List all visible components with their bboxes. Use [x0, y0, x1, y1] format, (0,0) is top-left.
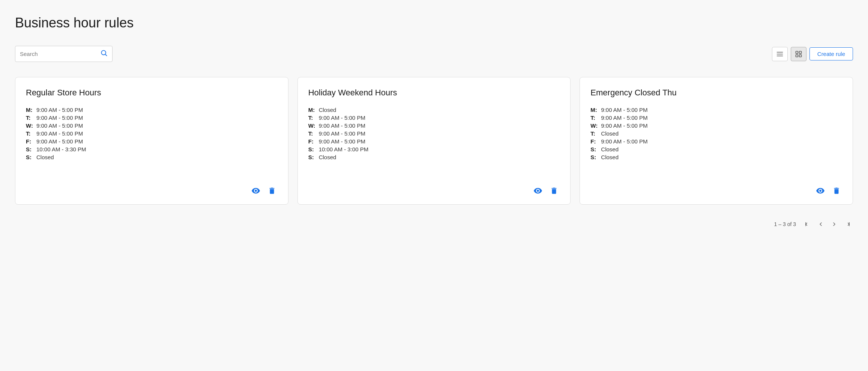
hour-value: 10:00 AM - 3:30 PM — [36, 146, 86, 152]
day-label: W: — [590, 122, 601, 129]
day-label: S: — [590, 154, 601, 160]
grid-view-button[interactable] — [791, 47, 806, 61]
search-icon[interactable] — [100, 49, 108, 59]
hour-row: W:9:00 AM - 5:00 PM — [26, 122, 278, 129]
day-label: T: — [26, 130, 36, 137]
day-label: F: — [308, 138, 319, 145]
card-3: Emergency Closed ThuM:9:00 AM - 5:00 PMT… — [580, 77, 853, 205]
search-box — [15, 46, 113, 62]
prev-page-button[interactable] — [815, 220, 826, 229]
pagination: 1 – 3 of 3 — [15, 220, 853, 229]
card-2-actions — [308, 185, 560, 197]
hour-value: Closed — [601, 130, 619, 137]
hour-row: T:9:00 AM - 5:00 PM — [590, 115, 842, 121]
svg-rect-8 — [799, 54, 801, 57]
hour-row: S:Closed — [308, 154, 560, 160]
card-3-title: Emergency Closed Thu — [590, 88, 842, 98]
create-rule-button[interactable]: Create rule — [809, 47, 853, 60]
hour-value: Closed — [36, 154, 54, 160]
card-2-delete-button[interactable] — [548, 185, 560, 196]
day-label: M: — [590, 107, 601, 113]
hour-value: 9:00 AM - 5:00 PM — [601, 115, 647, 121]
search-input[interactable] — [20, 51, 97, 57]
card-1-view-button[interactable] — [250, 185, 262, 197]
hour-row: F:9:00 AM - 5:00 PM — [590, 138, 842, 145]
hour-value: 9:00 AM - 5:00 PM — [601, 122, 647, 129]
day-label: S: — [26, 146, 36, 152]
toolbar: Create rule — [15, 46, 853, 62]
card-1-title: Regular Store Hours — [26, 88, 278, 98]
day-label: M: — [26, 107, 36, 113]
hour-row: M:9:00 AM - 5:00 PM — [590, 107, 842, 113]
hour-row: S:Closed — [26, 154, 278, 160]
hour-value: 9:00 AM - 5:00 PM — [36, 130, 83, 137]
hour-value: Closed — [601, 146, 619, 152]
card-1-hours: M:9:00 AM - 5:00 PMT:9:00 AM - 5:00 PMW:… — [26, 107, 278, 176]
card-1-actions — [26, 185, 278, 197]
hour-value: 9:00 AM - 5:00 PM — [319, 130, 365, 137]
day-label: S: — [308, 154, 319, 160]
card-2-hours: M:ClosedT:9:00 AM - 5:00 PMW:9:00 AM - 5… — [308, 107, 560, 176]
hour-row: W:9:00 AM - 5:00 PM — [308, 122, 560, 129]
hour-value: 10:00 AM - 3:00 PM — [319, 146, 369, 152]
next-page-button[interactable] — [829, 220, 839, 229]
day-label: S: — [308, 146, 319, 152]
svg-rect-7 — [796, 54, 798, 57]
card-2: Holiday Weekend HoursM:ClosedT:9:00 AM -… — [297, 77, 571, 205]
day-label: T: — [308, 115, 319, 121]
hour-row: S:10:00 AM - 3:30 PM — [26, 146, 278, 152]
hour-row: T:Closed — [590, 130, 842, 137]
hour-value: 9:00 AM - 5:00 PM — [36, 107, 83, 113]
card-2-view-button[interactable] — [532, 185, 544, 197]
card-3-actions — [590, 185, 842, 197]
hour-value: 9:00 AM - 5:00 PM — [319, 122, 365, 129]
hour-value: 9:00 AM - 5:00 PM — [36, 138, 83, 145]
hour-value: 9:00 AM - 5:00 PM — [36, 115, 83, 121]
card-2-title: Holiday Weekend Hours — [308, 88, 560, 98]
hour-value: Closed — [319, 154, 336, 160]
pagination-info: 1 – 3 of 3 — [774, 221, 796, 227]
card-1: Regular Store HoursM:9:00 AM - 5:00 PMT:… — [15, 77, 288, 205]
day-label: M: — [308, 107, 319, 113]
hour-row: T:9:00 AM - 5:00 PM — [26, 130, 278, 137]
day-label: W: — [26, 122, 36, 129]
hour-row: W:9:00 AM - 5:00 PM — [590, 122, 842, 129]
hour-row: M:Closed — [308, 107, 560, 113]
svg-rect-5 — [796, 51, 798, 53]
last-page-button[interactable] — [842, 220, 853, 229]
card-3-hours: M:9:00 AM - 5:00 PMT:9:00 AM - 5:00 PMW:… — [590, 107, 842, 176]
hour-row: M:9:00 AM - 5:00 PM — [26, 107, 278, 113]
list-view-button[interactable] — [772, 47, 788, 61]
hour-row: T:9:00 AM - 5:00 PM — [308, 115, 560, 121]
cards-grid: Regular Store HoursM:9:00 AM - 5:00 PMT:… — [15, 77, 853, 205]
day-label: S: — [590, 146, 601, 152]
hour-value: 9:00 AM - 5:00 PM — [601, 138, 647, 145]
card-3-delete-button[interactable] — [831, 185, 842, 196]
hour-row: T:9:00 AM - 5:00 PM — [26, 115, 278, 121]
card-3-view-button[interactable] — [814, 185, 826, 197]
day-label: W: — [308, 122, 319, 129]
day-label: T: — [26, 115, 36, 121]
hour-value: Closed — [601, 154, 619, 160]
hour-row: T:9:00 AM - 5:00 PM — [308, 130, 560, 137]
hour-row: S:Closed — [590, 154, 842, 160]
card-1-delete-button[interactable] — [266, 185, 278, 196]
hour-value: Closed — [319, 107, 336, 113]
day-label: T: — [590, 130, 601, 137]
hour-row: F:9:00 AM - 5:00 PM — [26, 138, 278, 145]
hour-row: F:9:00 AM - 5:00 PM — [308, 138, 560, 145]
hour-row: S:Closed — [590, 146, 842, 152]
hour-value: 9:00 AM - 5:00 PM — [319, 115, 365, 121]
hour-row: S:10:00 AM - 3:00 PM — [308, 146, 560, 152]
day-label: F: — [26, 138, 36, 145]
svg-line-1 — [105, 54, 107, 56]
toolbar-right: Create rule — [772, 47, 853, 61]
hour-value: 9:00 AM - 5:00 PM — [601, 107, 647, 113]
first-page-button[interactable] — [802, 220, 812, 229]
day-label: T: — [308, 130, 319, 137]
svg-rect-6 — [799, 51, 801, 53]
day-label: T: — [590, 115, 601, 121]
page-title: Business hour rules — [15, 15, 853, 31]
hour-value: 9:00 AM - 5:00 PM — [319, 138, 365, 145]
day-label: S: — [26, 154, 36, 160]
